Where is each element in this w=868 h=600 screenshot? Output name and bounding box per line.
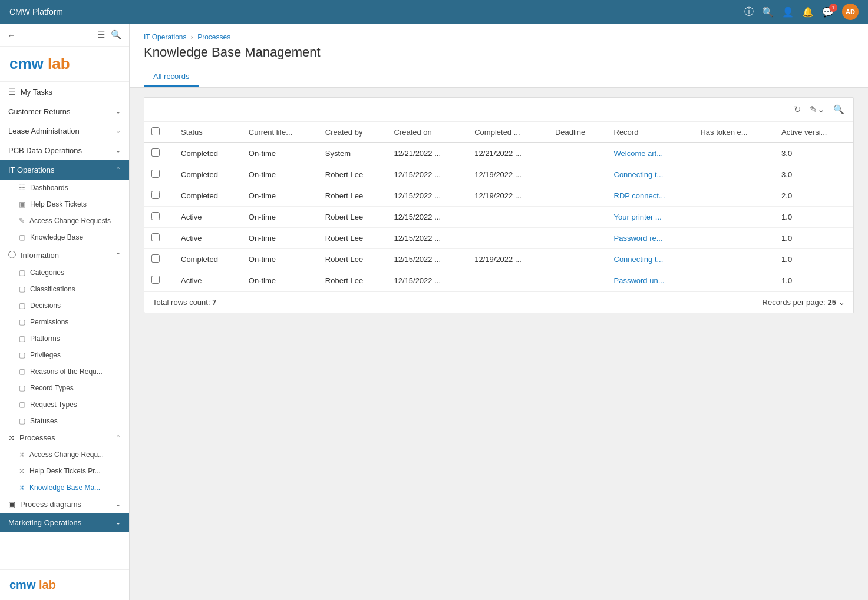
chevron-down-icon: ⌄ xyxy=(115,519,121,526)
row-active-version-3: 1.0 xyxy=(774,207,853,228)
row-checkbox-4[interactable] xyxy=(151,233,160,241)
sidebar-action-icons: ☰ 🔍 xyxy=(97,29,122,40)
classifications-label: Classifications xyxy=(30,285,75,293)
row-deadline-6 xyxy=(548,270,607,291)
sidebar-search-icon[interactable]: 🔍 xyxy=(111,29,122,40)
row-checkbox-2[interactable] xyxy=(151,191,160,199)
row-created-on-5: 12/15/2022 ... xyxy=(387,249,467,270)
sidebar-subitem-knowledge-base[interactable]: ▢ Knowledge Base xyxy=(0,229,129,246)
sidebar-collapse-icon[interactable]: ← xyxy=(7,30,16,40)
messages-icon[interactable]: 💬 1 xyxy=(822,6,834,18)
process-active-icon: ⤮ xyxy=(19,483,25,492)
chevron-down-icon: ⌄ xyxy=(115,108,121,115)
sidebar-subitem-kb-process[interactable]: ⤮ Knowledge Base Ma... xyxy=(0,479,129,496)
row-has-token-0 xyxy=(693,143,774,164)
sidebar-subitem-access-change-process[interactable]: ⤮ Access Change Requ... xyxy=(0,446,129,463)
sidebar-item-lease-admin[interactable]: Lease Administration ⌄ xyxy=(0,121,129,141)
row-status-6: Active xyxy=(174,270,242,291)
row-checkbox-0[interactable] xyxy=(151,148,160,157)
row-record-3[interactable]: Your printer ... xyxy=(607,207,694,228)
row-record-0[interactable]: Welcome art... xyxy=(607,143,694,164)
sidebar-subitem-help-desk[interactable]: ▣ Help Desk Tickets xyxy=(0,196,129,213)
breadcrumb-parent[interactable]: IT Operations xyxy=(144,33,186,41)
breadcrumb-current[interactable]: Processes xyxy=(197,33,230,41)
row-checkbox-3[interactable] xyxy=(151,212,160,220)
row-checkbox-1[interactable] xyxy=(151,170,160,178)
col-active-version: Active versi... xyxy=(774,122,853,143)
row-color-6 xyxy=(167,270,174,291)
sidebar-subitem-reasons[interactable]: ▢ Reasons of the Requ... xyxy=(0,363,129,380)
records-per-page[interactable]: Records per page: 25 ⌄ xyxy=(763,298,845,307)
sidebar-footer: cmw lab xyxy=(0,569,129,600)
sidebar-subitem-access-change[interactable]: ✎ Access Change Requests xyxy=(0,213,129,229)
row-checkbox-6[interactable] xyxy=(151,276,160,284)
sidebar-subitem-permissions[interactable]: ▢ Permissions xyxy=(0,314,129,330)
sidebar-item-my-tasks[interactable]: ☰ My Tasks xyxy=(0,82,129,102)
refresh-button[interactable]: ↻ xyxy=(792,102,803,117)
sidebar-subitem-classifications[interactable]: ▢ Classifications xyxy=(0,281,129,297)
sidebar-list-icon[interactable]: ☰ xyxy=(97,29,105,40)
row-checkbox-cell xyxy=(144,270,167,291)
help-icon[interactable]: ⓘ xyxy=(744,6,754,18)
row-record-5[interactable]: Connecting t... xyxy=(607,249,694,270)
sidebar-item-it-operations[interactable]: IT Operations ⌃ xyxy=(0,160,129,180)
app-title: CMW Platform xyxy=(9,7,63,16)
row-active-version-0: 3.0 xyxy=(774,143,853,164)
sidebar-subitem-dashboards[interactable]: ☷ Dashboards xyxy=(0,180,129,196)
row-color-4 xyxy=(167,228,174,249)
platforms-icon: ▢ xyxy=(19,334,25,343)
sidebar-subitem-categories[interactable]: ▢ Categories xyxy=(0,264,129,281)
sidebar-subitem-platforms[interactable]: ▢ Platforms xyxy=(0,330,129,347)
select-all-checkbox[interactable] xyxy=(151,127,160,135)
search-table-icon[interactable]: 🔍 xyxy=(831,102,846,117)
chevron-down-icon: ⌄ xyxy=(115,127,121,135)
record-types-icon: ▢ xyxy=(19,384,25,392)
row-created-on-4: 12/15/2022 ... xyxy=(387,228,467,249)
row-completed-0: 12/21/2022 ... xyxy=(467,143,548,164)
search-icon[interactable]: 🔍 xyxy=(762,6,774,18)
records-per-page-label: Records per page: xyxy=(763,298,826,307)
user-avatar[interactable]: AD xyxy=(842,4,859,20)
row-record-2[interactable]: RDP connect... xyxy=(607,185,694,207)
sidebar-item-marketing-ops[interactable]: Marketing Operations ⌄ xyxy=(0,513,129,532)
sidebar-subitem-request-types[interactable]: ▢ Request Types xyxy=(0,396,129,413)
diagrams-icon: ▣ xyxy=(8,500,15,509)
sidebar-subitem-privileges[interactable]: ▢ Privileges xyxy=(0,347,129,363)
row-checkbox-cell xyxy=(144,207,167,228)
sidebar-item-customer-returns[interactable]: Customer Returns ⌄ xyxy=(0,102,129,121)
row-checkbox-5[interactable] xyxy=(151,254,160,263)
row-active-version-5: 1.0 xyxy=(774,249,853,270)
row-created-on-1: 12/15/2022 ... xyxy=(387,164,467,185)
knowledge-base-icon: ▢ xyxy=(19,233,25,241)
notifications-icon[interactable]: 🔔 xyxy=(802,6,814,18)
access-change-icon: ✎ xyxy=(19,217,25,225)
row-created-by-4: Robert Lee xyxy=(318,228,387,249)
sidebar-section-process-diagrams[interactable]: ▣ Process diagrams ⌄ xyxy=(0,496,129,513)
people-icon[interactable]: 👤 xyxy=(782,6,794,18)
sidebar-subitem-record-types[interactable]: ▢ Record Types xyxy=(0,380,129,396)
sidebar-subitem-helpdesk-process[interactable]: ⤮ Help Desk Tickets Pr... xyxy=(0,463,129,479)
sidebar-section-information[interactable]: ⓘ Information ⌃ xyxy=(0,246,129,264)
processes-label: Processes xyxy=(19,433,55,442)
row-color-1 xyxy=(167,164,174,185)
tab-all-records[interactable]: All records xyxy=(144,67,199,87)
message-badge: 1 xyxy=(829,4,837,12)
row-active-version-1: 3.0 xyxy=(774,164,853,185)
row-has-token-2 xyxy=(693,185,774,207)
row-record-4[interactable]: Password re... xyxy=(607,228,694,249)
sidebar-subitem-statuses[interactable]: ▢ Statuses xyxy=(0,413,129,429)
row-record-1[interactable]: Connecting t... xyxy=(607,164,694,185)
row-record-6[interactable]: Password un... xyxy=(607,270,694,291)
sidebar-subitem-decisions[interactable]: ▢ Decisions xyxy=(0,297,129,314)
row-has-token-6 xyxy=(693,270,774,291)
chevron-up-icon: ⌃ xyxy=(115,166,121,174)
page-title: Knowledge Base Management xyxy=(144,45,854,60)
table-row: Active On-time Robert Lee 12/15/2022 ...… xyxy=(144,228,853,249)
row-created-on-3: 12/15/2022 ... xyxy=(387,207,467,228)
sidebar-section-processes[interactable]: ⤮ Processes ⌃ xyxy=(0,429,129,446)
edit-button[interactable]: ✎⌄ xyxy=(808,102,827,117)
platforms-label: Platforms xyxy=(30,334,60,343)
sidebar-item-pcb-ops[interactable]: PCB Data Operations ⌄ xyxy=(0,141,129,160)
row-color-0 xyxy=(167,143,174,164)
row-current-life-3: On-time xyxy=(242,207,318,228)
